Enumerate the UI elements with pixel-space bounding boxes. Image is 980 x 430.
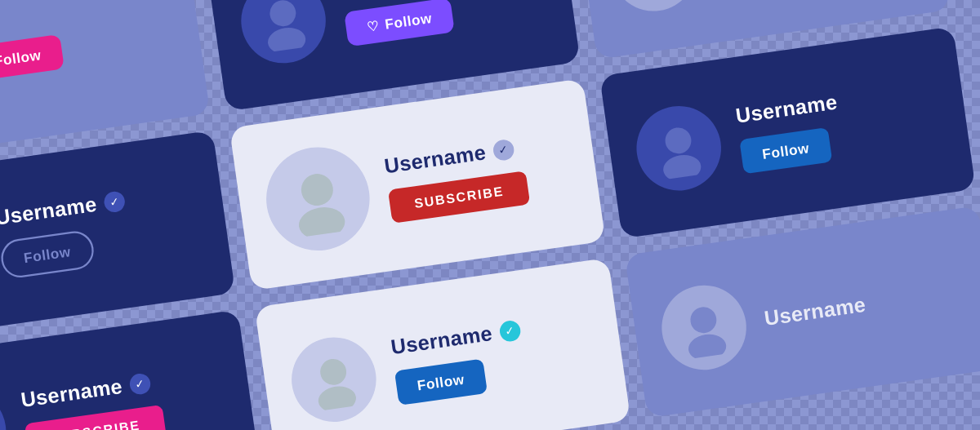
avatar (0, 383, 11, 430)
username-text: Username (20, 374, 124, 412)
follow-button[interactable]: Follow (0, 34, 64, 81)
svg-point-9 (296, 205, 347, 240)
avatar (606, 0, 702, 16)
card-content: Username ✓ Follow (0, 179, 203, 280)
username-row: Username ✓ (390, 308, 592, 360)
follow-button[interactable]: Follow (739, 127, 832, 174)
svg-point-16 (688, 305, 718, 335)
username-row: Username ✓ (383, 129, 567, 179)
username-row: Username ✓ (20, 360, 222, 412)
username-text: Username (763, 292, 867, 330)
svg-point-2 (268, 0, 297, 28)
svg-point-8 (299, 172, 335, 208)
card-content: Username ✓ SUBSCRIBE (20, 360, 229, 430)
card-mid-right: Username Follow (599, 26, 976, 238)
card-bot-right: Username (625, 206, 980, 418)
svg-point-10 (663, 126, 693, 155)
avatar (657, 279, 752, 375)
username-text: Username (734, 91, 839, 129)
username-text: Username (383, 140, 488, 179)
avatar (631, 100, 727, 196)
card-content: Username ✓ Follow (339, 0, 548, 47)
username-row: Username (763, 278, 965, 330)
card-bot-left: Username ✓ SUBSCRIBE (0, 309, 261, 430)
verified-icon: ✓ (103, 190, 127, 214)
cards-grid: Follow Username ✓ Follow (0, 0, 980, 430)
svg-point-11 (661, 153, 702, 181)
avatar (236, 0, 332, 68)
card-content: Username (763, 278, 965, 330)
follow-button[interactable]: Follow (0, 229, 96, 280)
svg-point-5 (636, 0, 677, 2)
card-mid-center: Username ✓ SUBSCRIBE (229, 78, 606, 290)
heart-icon (366, 17, 381, 35)
subscribe-button[interactable]: SUBSCRIBE (388, 171, 530, 224)
follow-button[interactable]: Follow (344, 0, 455, 47)
avatar (260, 140, 376, 257)
card-content: Username Follow (734, 77, 943, 175)
verified-icon: ✓ (492, 138, 515, 162)
follow-label: Follow (384, 10, 433, 32)
svg-point-15 (316, 384, 357, 413)
svg-point-3 (265, 25, 306, 54)
card-content: Username ✓ SUBSCRIBE (383, 129, 573, 223)
username-row: Username (734, 77, 937, 129)
card-content: Username ✓ Follow (390, 308, 599, 406)
card-content: Follow (0, 19, 175, 81)
username-text: Username (0, 193, 98, 231)
card-mid-left: Username ✓ Follow (0, 131, 235, 343)
username-row: Username ✓ (0, 179, 196, 231)
svg-point-14 (318, 357, 348, 387)
card-bot-center: Username ✓ Follow (255, 258, 631, 430)
avatar (286, 331, 381, 427)
svg-point-17 (686, 332, 727, 361)
username-text: Username (390, 321, 494, 360)
verified-icon: ✓ (128, 372, 152, 396)
scene-container: Follow Username ✓ Follow (0, 0, 980, 430)
verified-icon: ✓ (498, 320, 522, 344)
follow-button[interactable]: Follow (394, 359, 488, 406)
